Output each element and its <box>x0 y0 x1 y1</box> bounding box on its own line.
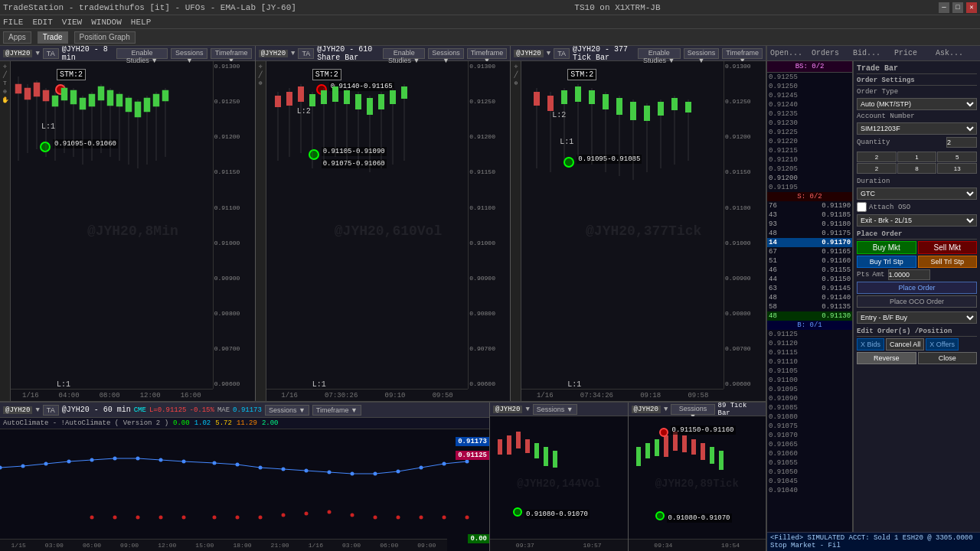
svg-rect-56 <box>390 90 396 104</box>
tb-pts-input[interactable] <box>888 269 930 280</box>
tb-place-oco-btn[interactable]: Place OCO Order <box>857 295 977 308</box>
svg-point-83 <box>21 465 25 468</box>
chart60-sessions-btn[interactable]: Sessions ▼ <box>265 405 309 416</box>
tool2-cursor[interactable]: ✛ <box>259 63 263 70</box>
tb-qty-input[interactable] <box>946 137 977 148</box>
menu-edit[interactable]: EDIT <box>32 18 52 27</box>
chart144-price: 0.91080-0.91070 <box>524 510 590 519</box>
tb-sell-trl-btn[interactable]: Sell Trl Stp <box>918 256 977 268</box>
ob-row-91050: 0.91050 <box>767 468 852 477</box>
tool3-cursor[interactable]: ✛ <box>514 63 518 70</box>
ob-row-91135: 580.91135 <box>767 302 852 311</box>
right-panel: Open... Orders Bid... Price Ask... BS: 0… <box>766 46 980 551</box>
ob-row-91100: 0.91100 <box>767 376 852 385</box>
tb-buy-trl-btn[interactable]: Buy Trl Stp <box>857 256 916 268</box>
tb-qty-2[interactable]: 2 <box>857 152 897 162</box>
chart3-ta-btn[interactable]: TA <box>554 48 570 59</box>
tb-reverse-btn[interactable]: Reverse <box>857 352 916 364</box>
ob-row-91210: 0.91210 <box>767 155 852 165</box>
menu-window[interactable]: WINDOW <box>91 18 122 27</box>
maximize-button[interactable]: □ <box>952 2 963 13</box>
chart1-studies-btn[interactable]: Enable Studies ▼ <box>116 48 168 59</box>
tb-rev-close-row: Reverse Close <box>857 352 977 364</box>
svg-rect-121 <box>507 435 511 455</box>
svg-rect-132 <box>682 435 687 452</box>
tb-place-order-title: Place Order <box>857 230 977 240</box>
tb-close-btn[interactable]: Close <box>918 352 977 364</box>
tb-xbids-btn[interactable]: X Bids <box>857 338 884 350</box>
chart1-timeframe-btn[interactable]: Timeframe ▼ <box>211 48 251 59</box>
chart89-sessions-btn[interactable]: Sessions ▼ <box>671 404 714 415</box>
tb-sell-mkt-btn[interactable]: Sell Mkt <box>918 241 977 254</box>
tb-place-order-btn[interactable]: Place Order <box>857 282 977 294</box>
menu-file[interactable]: FILE <box>3 18 23 27</box>
close-button[interactable]: ✕ <box>966 2 977 13</box>
tool2-zoom[interactable]: ⊕ <box>259 80 263 86</box>
tool-zoom[interactable]: ⊕ <box>3 88 7 95</box>
chart2-sessions-btn[interactable]: Sessions ▼ <box>428 48 464 59</box>
svg-rect-134 <box>701 443 705 460</box>
ob-row-91120: 0.91120 <box>767 339 852 348</box>
svg-point-104 <box>113 516 117 520</box>
chart2-symbol-badge: @JYH20 <box>259 50 288 57</box>
tb-order-settings: Order Settings <box>857 77 977 86</box>
tb-qty-8[interactable]: 8 <box>897 163 937 174</box>
tb-buy-mkt-btn[interactable]: Buy Mkt <box>857 241 916 254</box>
trade-button[interactable]: Trade <box>38 31 68 44</box>
apps-button[interactable]: Apps <box>3 31 31 44</box>
ob-row-91235: 0.91235 <box>767 109 852 119</box>
tb-acct-select[interactable]: SIM121203F <box>857 122 977 135</box>
open-positions-label: Open... <box>770 49 812 57</box>
chart2-inner: ✛ ╱ ⊕ @JYH20,610Vol STM:2 0.91140-0.9116… <box>256 61 511 401</box>
chart144-sessions-btn[interactable]: Sessions ▼ <box>533 404 577 415</box>
tool2-line[interactable]: ╱ <box>259 71 263 78</box>
svg-rect-54 <box>367 98 373 115</box>
tool3-line[interactable]: ╱ <box>514 71 518 78</box>
tb-entry-select[interactable]: Entry - B/F Buy <box>857 311 977 324</box>
tb-place-order-section: Place Order Buy Mkt Sell Mkt Buy Trl Stp… <box>857 230 977 308</box>
svg-rect-78 <box>644 106 650 121</box>
tool-cursor[interactable]: ✛ <box>3 63 7 70</box>
tb-xoffers-btn[interactable]: X Offers <box>926 338 959 350</box>
tool3-zoom[interactable]: ⊕ <box>514 80 518 86</box>
tb-order-type-select[interactable]: Auto (MKT/STP) Market Limit Stop Market <box>857 98 977 110</box>
chart1-sessions-btn[interactable]: Sessions ▼ <box>171 48 207 59</box>
ob-row-91170-active[interactable]: 140.91170 <box>767 238 852 247</box>
svg-rect-55 <box>378 94 384 109</box>
chart2-studies-btn[interactable]: Enable Studies ▼ <box>383 48 425 59</box>
chart3-timeframe-btn[interactable]: Timeframe ▼ <box>722 48 763 59</box>
chart3-studies-btn[interactable]: Enable Studies ▼ <box>638 48 681 59</box>
ob-row-91240: 0.91240 <box>767 100 852 109</box>
ob-row-91070: 0.91070 <box>767 431 852 440</box>
position-graph-button[interactable]: Position Graph <box>74 31 136 44</box>
chart1-ta-btn[interactable]: TA <box>43 48 59 59</box>
chart3-arrow: ▼ <box>547 50 550 57</box>
tool-line[interactable]: ╱ <box>3 71 7 78</box>
svg-rect-17 <box>15 84 21 93</box>
menu-help[interactable]: HELP <box>131 18 151 27</box>
chart2-timeframe-btn[interactable]: Timeframe ▼ <box>467 48 508 59</box>
bottom-area: @JYH20 ▼ TA @JYH20 - 60 min CME L=0.9112… <box>0 403 766 551</box>
tb-qty-2b[interactable]: 2 <box>857 163 897 174</box>
tb-duration-select[interactable]: GTC DAY IOC <box>857 187 977 200</box>
chart60-timeframe-btn[interactable]: Timeframe ▼ <box>312 405 361 416</box>
svg-point-89 <box>159 458 163 462</box>
tb-qty-5[interactable]: 5 <box>937 152 977 162</box>
tool-text[interactable]: T <box>3 80 7 86</box>
tool-hand[interactable]: ✋ <box>2 96 9 103</box>
chart2-ta-btn[interactable]: TA <box>298 48 314 59</box>
chart3-symbol-badge: @JYH20 <box>514 50 543 57</box>
tb-exit-select[interactable]: Exit - Brk - 2L/15 <box>857 214 977 227</box>
chart60-mae-value: 0.91173 <box>233 406 262 414</box>
menu-view[interactable]: VIEW <box>62 18 82 27</box>
chart60-cme: CME <box>134 406 146 414</box>
chart1-price-axis: 0.91300 0.91250 0.91200 0.91150 0.91100 … <box>213 61 255 389</box>
tb-qty-1[interactable]: 1 <box>897 152 937 162</box>
chart60-ta-btn[interactable]: TA <box>43 405 59 416</box>
chart-8min: @JYH20 ▼ TA @JYH20 - 8 min Enable Studie… <box>0 46 256 401</box>
tb-attach-oso-cb[interactable] <box>857 202 867 212</box>
tb-qty-13[interactable]: 13 <box>937 163 977 174</box>
minimize-button[interactable]: ─ <box>939 2 949 13</box>
chart3-sessions-btn[interactable]: Sessions ▼ <box>684 48 720 59</box>
tb-cancel-all-btn[interactable]: Cancel All <box>886 338 924 350</box>
